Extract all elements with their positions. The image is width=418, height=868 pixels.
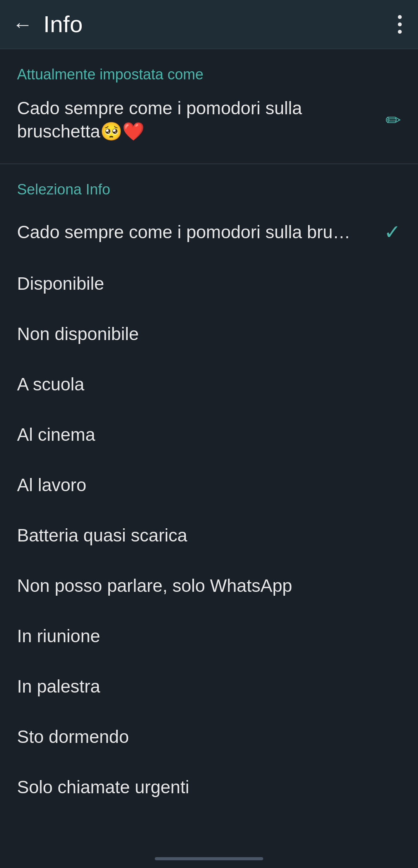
list-item[interactable]: A scuola — [0, 359, 418, 409]
list-item-text: Disponibile — [17, 273, 401, 294]
currently-set-section: Attualmente impostata come Cado sempre c… — [0, 49, 418, 163]
select-info-section: Seleziona Info Cado sempre come i pomodo… — [0, 164, 418, 805]
partial-item-text: Solo chiamate urgenti — [17, 777, 189, 798]
current-info-text: Cado sempre come i pomodori sulla brusch… — [17, 97, 385, 143]
current-info-row: Cado sempre come i pomodori sulla brusch… — [17, 97, 401, 143]
currently-set-label: Attualmente impostata come — [0, 49, 418, 91]
list-item-text: In palestra — [17, 676, 401, 697]
header-left: ← Info — [12, 11, 83, 38]
dot-1 — [398, 15, 402, 19]
list-item[interactable]: Al lavoro — [0, 460, 418, 510]
list-item-text: Al lavoro — [17, 474, 401, 495]
back-button[interactable]: ← — [12, 14, 33, 34]
list-item[interactable]: In palestra — [0, 661, 418, 712]
list-item[interactable]: Non disponibile — [0, 309, 418, 359]
list-item[interactable]: Sto dormendo — [0, 712, 418, 762]
list-item[interactable]: Non posso parlare, solo WhatsApp — [0, 560, 418, 611]
select-info-label: Seleziona Info — [0, 164, 418, 206]
list-item[interactable]: Al cinema — [0, 409, 418, 460]
check-icon: ✓ — [384, 220, 401, 244]
list-item-text: Cado sempre come i pomodori sulla bru… — [17, 222, 384, 242]
list-item[interactable]: Disponibile — [0, 258, 418, 309]
list-item[interactable]: In riunione — [0, 611, 418, 661]
app-header: ← Info — [0, 0, 418, 48]
page-title: Info — [43, 11, 83, 38]
more-options-button[interactable] — [394, 11, 406, 38]
bottom-nav-bar — [155, 857, 263, 860]
list-item[interactable]: Batteria quasi scarica — [0, 510, 418, 560]
list-item-text: Batteria quasi scarica — [17, 525, 401, 546]
list-item-text: Non posso parlare, solo WhatsApp — [17, 575, 401, 596]
dot-3 — [398, 30, 402, 34]
current-info-block: Cado sempre come i pomodori sulla brusch… — [0, 91, 418, 163]
list-item-text: In riunione — [17, 626, 401, 646]
list-item[interactable]: Cado sempre come i pomodori sulla bru… ✓ — [0, 206, 418, 258]
list-item-text: Non disponibile — [17, 323, 401, 344]
list-item-text: A scuola — [17, 374, 401, 395]
list-item-text: Sto dormendo — [17, 726, 401, 747]
partial-list-item[interactable]: Solo chiamate urgenti — [0, 762, 418, 805]
dot-2 — [398, 22, 402, 26]
list-item-text: Al cinema — [17, 424, 401, 445]
edit-icon[interactable]: ✏ — [385, 109, 401, 131]
